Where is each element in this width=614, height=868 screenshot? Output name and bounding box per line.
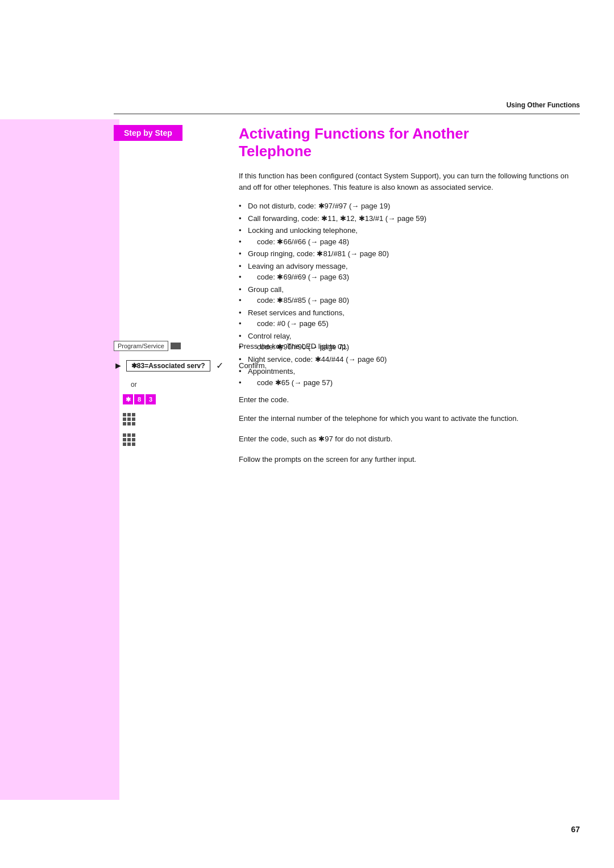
keypad-dot <box>123 422 126 425</box>
step-instruction-2: Confirm. <box>239 361 267 370</box>
keypad-dot <box>123 418 126 421</box>
keypad-dot <box>123 433 126 437</box>
keypad-dot <box>123 438 126 441</box>
step-right-1: Press the key. The LED lights up. <box>239 341 580 352</box>
key-star: ✱ <box>123 394 133 404</box>
list-item: code: #0 (→ page 65) <box>239 318 580 329</box>
list-item: Reset services and functions, <box>239 307 580 319</box>
step-left-1: Program/Service <box>114 341 239 351</box>
step-right-2: Confirm. <box>239 360 580 372</box>
keypad-icon-2 <box>123 433 135 446</box>
top-rule <box>114 114 580 114</box>
step-row-3: ✱ 8 3 Enter the code. <box>114 394 580 406</box>
or-text: or <box>131 381 137 389</box>
page-header: Using Other Functions <box>507 101 580 109</box>
keypad-dot <box>127 433 131 437</box>
keypad-dot <box>132 433 135 437</box>
black-arrow-icon: ► <box>114 361 123 371</box>
pink-sidebar <box>0 119 119 800</box>
step-row-5: Enter the code, such as ✱97 for do not d… <box>114 433 580 446</box>
list-item: Leaving an advisory message, <box>239 261 580 272</box>
keypad-dot <box>132 413 135 416</box>
step-left-4 <box>114 413 239 425</box>
keypad-dot <box>127 418 131 421</box>
step-row-1: Program/Service Press the key. The LED l… <box>114 341 580 352</box>
step-right-5: Enter the code, such as ✱97 for do not d… <box>239 433 580 445</box>
keypad-dot <box>132 418 135 421</box>
assoc-serv-label: ✱83=Associated serv? <box>126 360 210 372</box>
step-left-2: ► ✱83=Associated serv? ✓ <box>114 360 239 372</box>
step-left-3: ✱ 8 3 <box>114 394 239 404</box>
list-item: code: ✱69/#69 (→ page 63) <box>239 272 580 283</box>
key-3: 3 <box>146 394 156 404</box>
step-instruction-3: Enter the code. <box>239 395 289 404</box>
step-right-3: Enter the code. <box>239 394 580 406</box>
or-row: or <box>114 379 580 389</box>
step-instruction-6: Follow the prompts on the screen for any… <box>239 455 416 464</box>
step-instruction-5: Enter the code, such as ✱97 for do not d… <box>239 435 392 443</box>
step-right-6: Follow the prompts on the screen for any… <box>239 454 580 465</box>
list-item: Call forwarding, code: ✱11, ✱12, ✱13/#1 … <box>239 213 580 224</box>
page-title: Activating Functions for Another Telepho… <box>239 125 580 160</box>
key-8: 8 <box>134 394 144 404</box>
steps-area: Program/Service Press the key. The LED l… <box>114 341 580 473</box>
program-service-button: Program/Service <box>114 341 168 351</box>
page-container: Using Other Functions Step by Step Activ… <box>0 0 614 868</box>
key-sequence: ✱ 8 3 <box>123 394 156 404</box>
section-title: Using Other Functions <box>507 101 580 109</box>
or-left: or <box>114 379 239 389</box>
keypad-dot <box>132 422 135 425</box>
keypad-icon-1 <box>123 413 135 425</box>
keypad-dot <box>132 443 135 446</box>
keypad-dot <box>132 438 135 441</box>
list-item: Group call, <box>239 284 580 295</box>
led-indicator <box>171 343 181 349</box>
confirm-checkmark: ✓ <box>216 360 223 371</box>
step-row-6: Follow the prompts on the screen for any… <box>114 454 580 465</box>
step-instruction-1: Press the key. The LED lights up. <box>239 342 348 350</box>
keypad-dot <box>123 413 126 416</box>
step-row-4: Enter the internal number of the telepho… <box>114 413 580 425</box>
list-item: Control relay, <box>239 331 580 342</box>
step-by-step-box: Step by Step <box>114 125 182 141</box>
list-item: code: ✱66/#66 (→ page 48) <box>239 236 580 248</box>
keypad-dot <box>127 443 131 446</box>
step-right-4: Enter the internal number of the telepho… <box>239 413 580 424</box>
keypad-dot <box>123 443 126 446</box>
title-line1: Activating Functions for Another <box>239 125 469 142</box>
list-item: code: ✱85/#85 (→ page 80) <box>239 295 580 306</box>
intro-text: If this function has been configured (co… <box>239 170 580 193</box>
step-left-5 <box>114 433 239 446</box>
list-item: Do not disturb, code: ✱97/#97 (→ page 19… <box>239 201 580 212</box>
keypad-dot <box>127 413 131 416</box>
keypad-dot <box>127 438 131 441</box>
step-instruction-4: Enter the internal number of the telepho… <box>239 414 518 423</box>
step-row-2: ► ✱83=Associated serv? ✓ Confirm. <box>114 360 580 372</box>
keypad-dot <box>127 422 131 425</box>
page-number: 67 <box>571 825 580 834</box>
list-item: Group ringing, code: ✱81/#81 (→ page 80) <box>239 248 580 260</box>
list-item: Locking and unlocking telephone, <box>239 225 580 236</box>
step-by-step-label: Step by Step <box>124 128 172 137</box>
title-line2: Telephone <box>239 143 312 160</box>
